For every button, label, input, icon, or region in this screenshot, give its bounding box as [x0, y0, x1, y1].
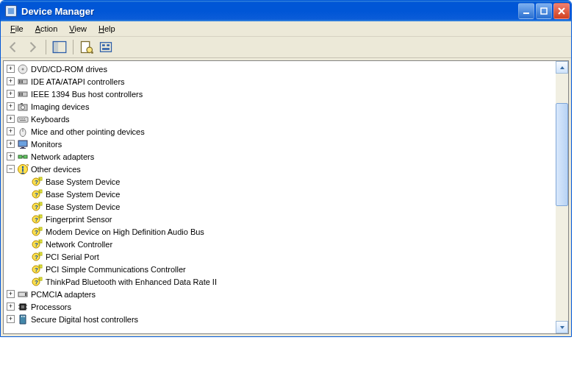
device-tree[interactable]: +DVD/CD-ROM drives+IDE ATA/ATAPI control… — [4, 61, 556, 333]
expand-icon[interactable]: + — [7, 302, 15, 311]
svg-rect-76 — [25, 293, 26, 296]
properties-button[interactable] — [79, 39, 95, 55]
svg-rect-22 — [18, 117, 28, 122]
vertical-scrollbar[interactable] — [556, 61, 568, 333]
tree-label: Base System Device — [46, 190, 120, 199]
tree-category[interactable]: +PCMCIA adapters — [4, 288, 556, 300]
scan-button[interactable] — [98, 39, 114, 55]
show-hide-tree-button[interactable] — [51, 39, 68, 55]
svg-text:?: ? — [35, 204, 38, 210]
tree-category[interactable]: +Network adapters — [4, 150, 556, 163]
menu-action[interactable]: Action — [30, 23, 63, 35]
tree-label: DVD/CD-ROM drives — [31, 65, 107, 74]
tree-category[interactable]: +Imaging devices — [4, 100, 556, 113]
svg-rect-83 — [21, 316, 22, 317]
collapse-icon[interactable]: − — [7, 165, 15, 173]
expand-icon[interactable]: + — [7, 140, 15, 148]
scroll-down-button[interactable] — [556, 321, 568, 333]
tree-category[interactable]: +IEEE 1394 Bus host controllers — [4, 88, 556, 100]
unknown-device-icon: ?! — [32, 226, 43, 238]
unknown-device-icon: ?! — [32, 188, 43, 200]
tree-category[interactable]: +Keyboards — [4, 113, 556, 125]
warn-icon: ? — [17, 163, 29, 175]
controller-icon — [17, 76, 29, 88]
svg-text:!: ! — [40, 214, 40, 218]
svg-text:?: ? — [35, 229, 38, 236]
tree-category[interactable]: +Monitors — [4, 138, 556, 150]
tree-item[interactable]: ?!Base System Device — [4, 175, 556, 188]
tree-item[interactable]: ?!PCI Simple Communications Controller — [4, 263, 556, 275]
titlebar[interactable]: Device Manager — [1, 1, 571, 21]
tree-category[interactable]: +DVD/CD-ROM drives — [4, 63, 556, 75]
tree-label: Imaging devices — [31, 102, 90, 111]
minimize-button[interactable] — [518, 3, 534, 19]
tree-item[interactable]: ?!Base System Device — [4, 188, 556, 200]
close-button[interactable] — [553, 3, 570, 19]
tree-item[interactable]: ?!Base System Device — [4, 200, 556, 213]
unknown-device-icon: ?! — [32, 213, 43, 225]
svg-text:?: ? — [35, 216, 38, 223]
svg-rect-1 — [541, 8, 547, 14]
expand-icon[interactable]: + — [7, 315, 15, 323]
expand-icon[interactable]: + — [7, 127, 15, 135]
tree-label: IDE ATA/ATAPI controllers — [31, 77, 125, 86]
svg-text:?: ? — [26, 163, 29, 169]
expand-icon[interactable]: + — [7, 115, 15, 123]
svg-rect-84 — [23, 316, 24, 317]
svg-rect-32 — [18, 155, 22, 158]
tree-item[interactable]: ?!Modem Device on High Definition Audio … — [4, 225, 556, 238]
svg-rect-14 — [19, 80, 21, 83]
svg-rect-85 — [24, 316, 25, 317]
device-tree-pane: +DVD/CD-ROM drives+IDE ATA/ATAPI control… — [3, 60, 569, 334]
tree-item[interactable]: ?!Fingerprint Sensor — [4, 213, 556, 225]
tree-label: PCI Simple Communications Controller — [46, 265, 186, 274]
svg-rect-3 — [53, 42, 57, 53]
sd-icon — [17, 314, 29, 325]
app-icon — [5, 5, 17, 17]
keyboard-icon — [17, 113, 29, 125]
svg-rect-15 — [21, 80, 23, 83]
tree-category[interactable]: +IDE ATA/ATAPI controllers — [4, 75, 556, 88]
tree-label: PCI Serial Port — [46, 252, 99, 261]
tree-category[interactable]: +Mice and other pointing devices — [4, 125, 556, 138]
tree-item[interactable]: ?!Network Controller — [4, 238, 556, 250]
scroll-track[interactable] — [556, 74, 568, 321]
expand-icon[interactable]: + — [7, 290, 15, 298]
tree-label: Processors — [31, 302, 71, 311]
tree-label: Fingerprint Sensor — [46, 215, 112, 224]
tree-label: Secure Digital host controllers — [31, 315, 138, 324]
unknown-device-icon: ?! — [32, 176, 43, 188]
svg-text:?: ? — [35, 241, 38, 248]
tree-category[interactable]: +Processors — [4, 300, 556, 313]
forward-button — [24, 39, 40, 55]
tree-item[interactable]: ?!PCI Serial Port — [4, 250, 556, 263]
svg-rect-78 — [21, 305, 24, 308]
tree-item[interactable]: ?!ThinkPad Bluetooth with Enhanced Data … — [4, 275, 556, 288]
scroll-up-button[interactable] — [556, 61, 568, 74]
svg-rect-26 — [20, 120, 26, 121]
svg-text:!: ! — [40, 202, 40, 205]
mouse-icon — [17, 126, 29, 138]
expand-icon[interactable]: + — [7, 102, 15, 110]
expand-icon[interactable]: + — [7, 152, 15, 160]
tree-label: Monitors — [31, 140, 62, 149]
tree-label: Modem Device on High Definition Audio Bu… — [46, 227, 204, 236]
svg-rect-23 — [19, 118, 21, 119]
svg-rect-7 — [101, 43, 112, 52]
menu-help[interactable]: Help — [93, 23, 121, 35]
menu-file[interactable]: File — [5, 23, 29, 35]
maximize-button[interactable] — [536, 3, 552, 19]
svg-rect-0 — [523, 13, 529, 14]
toolbar-separator — [46, 40, 46, 54]
cpu-icon — [17, 301, 29, 313]
tree-category[interactable]: +Secure Digital host controllers — [4, 313, 556, 325]
svg-text:?: ? — [35, 254, 38, 261]
expand-icon[interactable]: + — [7, 90, 15, 98]
disc-icon — [17, 63, 29, 75]
tree-category[interactable]: −?Other devices — [4, 163, 556, 175]
expand-icon[interactable]: + — [7, 65, 15, 73]
scroll-thumb[interactable] — [556, 103, 568, 206]
menu-view[interactable]: View — [64, 23, 92, 35]
expand-icon[interactable]: + — [7, 77, 15, 85]
svg-rect-29 — [18, 141, 27, 146]
